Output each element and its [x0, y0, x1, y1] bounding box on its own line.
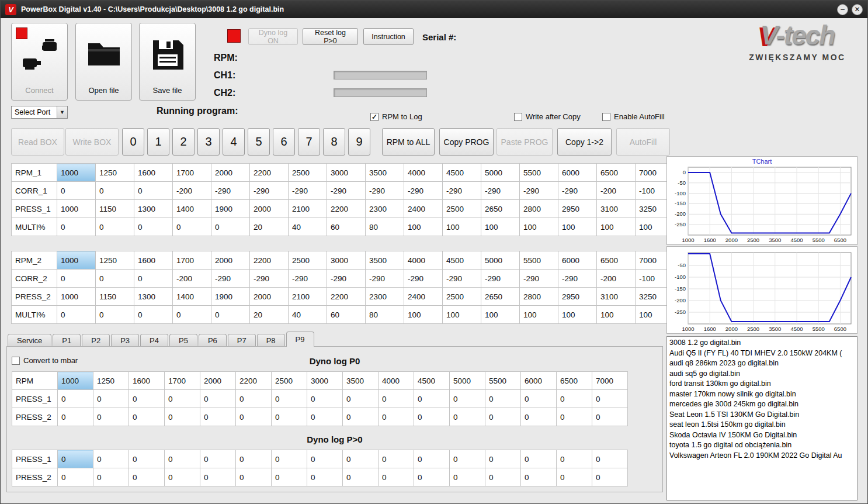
- table-cell[interactable]: 2500: [272, 372, 307, 390]
- table-cell[interactable]: 0: [592, 468, 628, 486]
- tab-p2[interactable]: P2: [82, 334, 110, 347]
- table-cell[interactable]: 0: [96, 218, 134, 236]
- table-cell[interactable]: 0: [236, 450, 272, 468]
- program-button-9[interactable]: 9: [348, 128, 370, 156]
- table-cell[interactable]: 0: [272, 450, 307, 468]
- table-cell[interactable]: 0: [307, 408, 343, 426]
- table-cell[interactable]: 0: [450, 390, 485, 408]
- file-list-item[interactable]: Seat Leon 1.5 TSI 130KM Go Digital.bin: [667, 410, 857, 420]
- table-cell[interactable]: 0: [521, 390, 557, 408]
- tab-p5[interactable]: P5: [169, 334, 197, 347]
- program-button-2[interactable]: 2: [172, 128, 195, 156]
- table-cell[interactable]: -290: [289, 270, 327, 288]
- table-cell[interactable]: 0: [414, 468, 450, 486]
- table-cell[interactable]: 3000: [307, 372, 343, 390]
- file-list-item[interactable]: Audi Q5 II (FY FL) 40 TDI MHEV 2.0 150kW…: [667, 348, 857, 359]
- table-cell[interactable]: 0: [57, 306, 96, 324]
- tab-p3[interactable]: P3: [111, 334, 139, 347]
- enable-autofill-checkbox[interactable]: Enable AutoFill: [602, 112, 665, 121]
- table-cell[interactable]: 100: [597, 218, 636, 236]
- table-cell[interactable]: 0: [521, 408, 557, 426]
- table-cell[interactable]: 2400: [404, 288, 443, 306]
- table-cell[interactable]: 1400: [173, 288, 211, 306]
- table-cell[interactable]: 0: [450, 450, 485, 468]
- table-cell[interactable]: 0: [96, 270, 134, 288]
- table-cell[interactable]: 1150: [96, 200, 134, 218]
- table-cell[interactable]: 40: [289, 218, 327, 236]
- table-cell[interactable]: 1900: [211, 288, 250, 306]
- table-cell[interactable]: 0: [450, 468, 485, 486]
- table-cell[interactable]: 0: [557, 408, 592, 426]
- table-cell[interactable]: 100: [443, 306, 481, 324]
- table-cell[interactable]: 0: [58, 390, 93, 408]
- table-cell[interactable]: 0: [379, 408, 414, 426]
- table-cell[interactable]: -290: [250, 182, 289, 200]
- table-cell[interactable]: 0: [272, 390, 307, 408]
- table-cell[interactable]: 2500: [289, 251, 327, 270]
- table-cell[interactable]: -200: [597, 182, 636, 200]
- table-cell[interactable]: -290: [366, 182, 404, 200]
- copy-1-to-2-button[interactable]: Copy 1->2: [557, 128, 612, 156]
- table-cell[interactable]: 0: [343, 450, 379, 468]
- table-cell[interactable]: 2300: [366, 200, 404, 218]
- table-cell[interactable]: 0: [592, 450, 628, 468]
- table-cell[interactable]: 100: [481, 218, 520, 236]
- table-cell[interactable]: 0: [236, 468, 272, 486]
- table-cell[interactable]: -290: [558, 270, 597, 288]
- table-cell[interactable]: 6500: [597, 251, 636, 270]
- table-cell[interactable]: 0: [211, 306, 250, 324]
- minimize-button[interactable]: –: [837, 4, 848, 15]
- table-cell[interactable]: 60: [327, 306, 366, 324]
- table-cell[interactable]: 0: [165, 450, 200, 468]
- table-cell[interactable]: -290: [404, 182, 443, 200]
- table-cell[interactable]: 0: [200, 468, 236, 486]
- table-cell[interactable]: 0: [343, 408, 379, 426]
- table-cell[interactable]: 0: [485, 408, 521, 426]
- table-cell[interactable]: 3100: [597, 288, 636, 306]
- table-cell[interactable]: -290: [443, 270, 481, 288]
- table-cell[interactable]: 3000: [327, 251, 366, 270]
- table-cell[interactable]: 0: [134, 218, 173, 236]
- table-cell[interactable]: 0: [272, 468, 307, 486]
- table-cell[interactable]: 0: [129, 408, 165, 426]
- table-cell[interactable]: 0: [129, 450, 165, 468]
- tab-p9[interactable]: P9: [286, 332, 314, 347]
- table-cell[interactable]: 1600: [134, 251, 173, 270]
- table-cell[interactable]: 0: [96, 306, 134, 324]
- instruction-button[interactable]: Instruction: [363, 28, 414, 45]
- table-cell[interactable]: 0: [165, 390, 200, 408]
- rpm-to-all-button[interactable]: RPM to ALL: [382, 128, 435, 156]
- table-cell[interactable]: 0: [93, 450, 129, 468]
- table-cell[interactable]: 0: [557, 390, 592, 408]
- table-cell[interactable]: 0: [379, 390, 414, 408]
- file-list-item[interactable]: Volkswagen Arteon FL 2.0 190KM 2022 Go D…: [667, 451, 857, 461]
- table-cell[interactable]: 0: [173, 218, 211, 236]
- table-cell[interactable]: 2200: [327, 288, 366, 306]
- table-cell[interactable]: 1250: [96, 251, 134, 270]
- table-cell[interactable]: 3500: [366, 164, 404, 182]
- table-cell[interactable]: 2000: [211, 164, 250, 182]
- table-cell[interactable]: 0: [485, 390, 521, 408]
- table-cell[interactable]: 1000: [57, 200, 96, 218]
- table-cell[interactable]: 0: [134, 182, 173, 200]
- table-cell[interactable]: 4000: [404, 251, 443, 270]
- table-cell[interactable]: -290: [558, 182, 597, 200]
- table-cell[interactable]: 2000: [250, 200, 289, 218]
- table-cell[interactable]: -200: [173, 270, 211, 288]
- program-button-5[interactable]: 5: [248, 128, 270, 156]
- table-cell[interactable]: 0: [379, 468, 414, 486]
- table-cell[interactable]: 7000: [592, 372, 628, 390]
- table-cell[interactable]: -200: [597, 270, 636, 288]
- table-cell[interactable]: -290: [211, 270, 250, 288]
- table-cell[interactable]: 0: [200, 408, 236, 426]
- table-cell[interactable]: 0: [236, 408, 272, 426]
- file-list-item[interactable]: seat leon 1.5tsi 150km go digital.bin: [667, 420, 857, 430]
- table-cell[interactable]: 100: [597, 306, 636, 324]
- save-file-button[interactable]: Save file: [139, 23, 196, 101]
- table-cell[interactable]: 0: [379, 450, 414, 468]
- table-cell[interactable]: 6500: [597, 164, 636, 182]
- dyno-log-on-button[interactable]: Dyno log ON: [248, 28, 298, 45]
- program-button-1[interactable]: 1: [147, 128, 169, 156]
- table-cell[interactable]: 4500: [443, 251, 481, 270]
- table-cell[interactable]: 0: [307, 468, 343, 486]
